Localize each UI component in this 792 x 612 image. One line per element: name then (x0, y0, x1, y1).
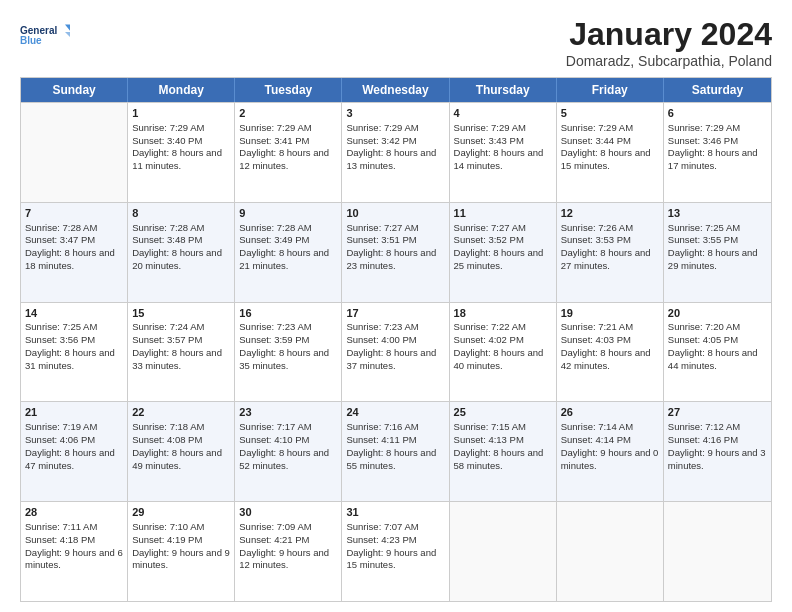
sunrise-text: Sunrise: 7:10 AM (132, 521, 230, 534)
daylight-text: Daylight: 8 hours and 11 minutes. (132, 147, 230, 173)
daylight-text: Daylight: 8 hours and 15 minutes. (561, 147, 659, 173)
day-number: 1 (132, 106, 230, 121)
daylight-text: Daylight: 9 hours and 3 minutes. (668, 447, 767, 473)
cal-row-1: 1Sunrise: 7:29 AMSunset: 3:40 PMDaylight… (21, 102, 771, 202)
cal-cell: 2Sunrise: 7:29 AMSunset: 3:41 PMDaylight… (235, 103, 342, 202)
main-title: January 2024 (566, 16, 772, 53)
cal-cell: 1Sunrise: 7:29 AMSunset: 3:40 PMDaylight… (128, 103, 235, 202)
sunset-text: Sunset: 4:21 PM (239, 534, 337, 547)
daylight-text: Daylight: 8 hours and 58 minutes. (454, 447, 552, 473)
title-block: January 2024 Domaradz, Subcarpathia, Pol… (566, 16, 772, 69)
daylight-text: Daylight: 8 hours and 47 minutes. (25, 447, 123, 473)
cal-cell: 15Sunrise: 7:24 AMSunset: 3:57 PMDayligh… (128, 303, 235, 402)
cal-cell: 8Sunrise: 7:28 AMSunset: 3:48 PMDaylight… (128, 203, 235, 302)
sunrise-text: Sunrise: 7:29 AM (454, 122, 552, 135)
daylight-text: Daylight: 8 hours and 21 minutes. (239, 247, 337, 273)
day-number: 28 (25, 505, 123, 520)
sunrise-text: Sunrise: 7:22 AM (454, 321, 552, 334)
daylight-text: Daylight: 8 hours and 55 minutes. (346, 447, 444, 473)
calendar: SundayMondayTuesdayWednesdayThursdayFrid… (20, 77, 772, 602)
cal-header-tuesday: Tuesday (235, 78, 342, 102)
sunset-text: Sunset: 3:49 PM (239, 234, 337, 247)
daylight-text: Daylight: 9 hours and 6 minutes. (25, 547, 123, 573)
header: General Blue January 2024 Domaradz, Subc… (20, 16, 772, 69)
sunset-text: Sunset: 3:41 PM (239, 135, 337, 148)
sunrise-text: Sunrise: 7:28 AM (132, 222, 230, 235)
day-number: 5 (561, 106, 659, 121)
cal-cell: 25Sunrise: 7:15 AMSunset: 4:13 PMDayligh… (450, 402, 557, 501)
sunrise-text: Sunrise: 7:28 AM (25, 222, 123, 235)
sunrise-text: Sunrise: 7:29 AM (132, 122, 230, 135)
sunset-text: Sunset: 4:13 PM (454, 434, 552, 447)
sunrise-text: Sunrise: 7:21 AM (561, 321, 659, 334)
sunset-text: Sunset: 4:18 PM (25, 534, 123, 547)
sunrise-text: Sunrise: 7:29 AM (668, 122, 767, 135)
sunrise-text: Sunrise: 7:11 AM (25, 521, 123, 534)
daylight-text: Daylight: 8 hours and 27 minutes. (561, 247, 659, 273)
calendar-body: 1Sunrise: 7:29 AMSunset: 3:40 PMDaylight… (21, 102, 771, 601)
daylight-text: Daylight: 9 hours and 15 minutes. (346, 547, 444, 573)
sunset-text: Sunset: 3:53 PM (561, 234, 659, 247)
cal-cell: 3Sunrise: 7:29 AMSunset: 3:42 PMDaylight… (342, 103, 449, 202)
day-number: 24 (346, 405, 444, 420)
sunset-text: Sunset: 3:40 PM (132, 135, 230, 148)
cal-cell: 4Sunrise: 7:29 AMSunset: 3:43 PMDaylight… (450, 103, 557, 202)
sunrise-text: Sunrise: 7:17 AM (239, 421, 337, 434)
sunset-text: Sunset: 3:59 PM (239, 334, 337, 347)
day-number: 12 (561, 206, 659, 221)
sunset-text: Sunset: 4:08 PM (132, 434, 230, 447)
cal-cell: 17Sunrise: 7:23 AMSunset: 4:00 PMDayligh… (342, 303, 449, 402)
cal-cell (557, 502, 664, 601)
daylight-text: Daylight: 8 hours and 33 minutes. (132, 347, 230, 373)
cal-row-4: 21Sunrise: 7:19 AMSunset: 4:06 PMDayligh… (21, 401, 771, 501)
sunrise-text: Sunrise: 7:20 AM (668, 321, 767, 334)
sunset-text: Sunset: 3:55 PM (668, 234, 767, 247)
sunset-text: Sunset: 3:43 PM (454, 135, 552, 148)
svg-marker-3 (65, 32, 70, 37)
daylight-text: Daylight: 8 hours and 12 minutes. (239, 147, 337, 173)
sunset-text: Sunset: 4:06 PM (25, 434, 123, 447)
svg-text:General: General (20, 25, 57, 36)
sunset-text: Sunset: 4:05 PM (668, 334, 767, 347)
daylight-text: Daylight: 8 hours and 49 minutes. (132, 447, 230, 473)
daylight-text: Daylight: 8 hours and 18 minutes. (25, 247, 123, 273)
sunrise-text: Sunrise: 7:23 AM (346, 321, 444, 334)
daylight-text: Daylight: 9 hours and 12 minutes. (239, 547, 337, 573)
cal-cell: 6Sunrise: 7:29 AMSunset: 3:46 PMDaylight… (664, 103, 771, 202)
day-number: 8 (132, 206, 230, 221)
daylight-text: Daylight: 8 hours and 20 minutes. (132, 247, 230, 273)
cal-cell: 11Sunrise: 7:27 AMSunset: 3:52 PMDayligh… (450, 203, 557, 302)
cal-header-thursday: Thursday (450, 78, 557, 102)
cal-header-sunday: Sunday (21, 78, 128, 102)
day-number: 19 (561, 306, 659, 321)
cal-cell: 22Sunrise: 7:18 AMSunset: 4:08 PMDayligh… (128, 402, 235, 501)
cal-row-3: 14Sunrise: 7:25 AMSunset: 3:56 PMDayligh… (21, 302, 771, 402)
cal-cell: 7Sunrise: 7:28 AMSunset: 3:47 PMDaylight… (21, 203, 128, 302)
day-number: 2 (239, 106, 337, 121)
day-number: 11 (454, 206, 552, 221)
sunrise-text: Sunrise: 7:26 AM (561, 222, 659, 235)
cal-cell: 24Sunrise: 7:16 AMSunset: 4:11 PMDayligh… (342, 402, 449, 501)
daylight-text: Daylight: 8 hours and 40 minutes. (454, 347, 552, 373)
cal-row-5: 28Sunrise: 7:11 AMSunset: 4:18 PMDayligh… (21, 501, 771, 601)
sunrise-text: Sunrise: 7:29 AM (346, 122, 444, 135)
sunset-text: Sunset: 3:52 PM (454, 234, 552, 247)
daylight-text: Daylight: 8 hours and 31 minutes. (25, 347, 123, 373)
daylight-text: Daylight: 8 hours and 29 minutes. (668, 247, 767, 273)
sunrise-text: Sunrise: 7:14 AM (561, 421, 659, 434)
sunrise-text: Sunrise: 7:07 AM (346, 521, 444, 534)
day-number: 6 (668, 106, 767, 121)
svg-text:Blue: Blue (20, 35, 42, 46)
cal-cell: 14Sunrise: 7:25 AMSunset: 3:56 PMDayligh… (21, 303, 128, 402)
sunset-text: Sunset: 4:02 PM (454, 334, 552, 347)
calendar-header-row: SundayMondayTuesdayWednesdayThursdayFrid… (21, 78, 771, 102)
sunset-text: Sunset: 3:47 PM (25, 234, 123, 247)
sunset-text: Sunset: 3:48 PM (132, 234, 230, 247)
cal-cell (664, 502, 771, 601)
sunrise-text: Sunrise: 7:29 AM (239, 122, 337, 135)
day-number: 20 (668, 306, 767, 321)
cal-header-wednesday: Wednesday (342, 78, 449, 102)
cal-cell: 10Sunrise: 7:27 AMSunset: 3:51 PMDayligh… (342, 203, 449, 302)
daylight-text: Daylight: 8 hours and 44 minutes. (668, 347, 767, 373)
cal-cell (21, 103, 128, 202)
